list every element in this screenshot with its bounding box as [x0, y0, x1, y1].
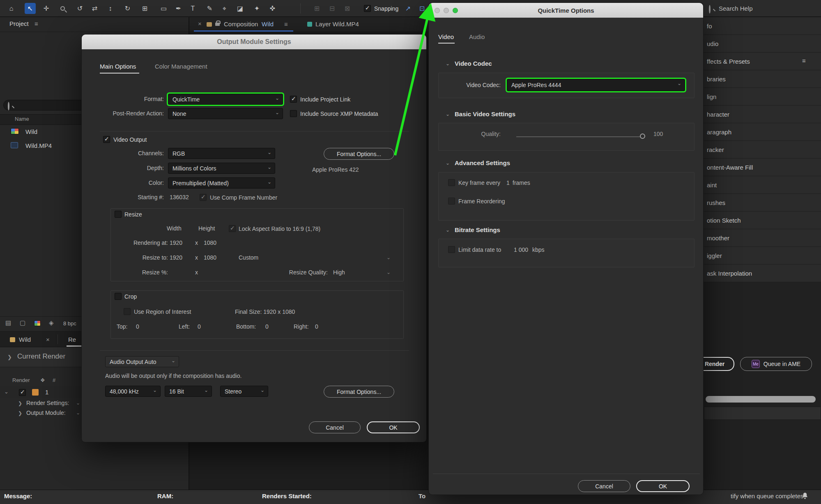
zoom-traffic-light[interactable]: [453, 8, 458, 13]
qt-tab-video[interactable]: Video: [438, 33, 454, 40]
pan-camera-tool-icon[interactable]: ⇄: [89, 3, 100, 14]
puppet-pin-tool-icon[interactable]: ✜: [267, 3, 278, 14]
notify-bell-icon[interactable]: [801, 492, 809, 501]
tab-main-options[interactable]: Main Options: [100, 63, 136, 70]
layer-tab-label[interactable]: Layer Wild.MP4: [315, 21, 359, 28]
output-module-label[interactable]: Output Module:: [26, 410, 66, 416]
channels-dropdown[interactable]: RGB: [168, 148, 275, 159]
qt-cancel-button[interactable]: Cancel: [578, 480, 630, 492]
crop-right-value: 0: [315, 323, 318, 330]
render-item-checkbox[interactable]: [19, 389, 26, 396]
video-output-checkbox[interactable]: [103, 136, 110, 143]
advanced-settings-section-chevron-icon[interactable]: ⌄: [446, 160, 450, 166]
selection-tool-icon[interactable]: ↖: [25, 3, 36, 14]
hand-tool-icon[interactable]: ✛: [41, 3, 52, 14]
resize-to-x: x: [195, 254, 198, 261]
audio-format-options-button[interactable]: Format Options...: [324, 386, 394, 398]
roto-brush-tool-icon[interactable]: ✦: [251, 3, 262, 14]
current-render-label: Current Render: [17, 352, 65, 361]
label-color-swatch[interactable]: [32, 389, 39, 396]
eraser-tool-icon[interactable]: ◪: [235, 3, 246, 14]
comp-tab-active-underline: [194, 30, 293, 32]
render-settings-chevron-icon[interactable]: ❯: [18, 400, 22, 406]
quality-slider-knob[interactable]: [640, 133, 645, 139]
qt-tab-audio[interactable]: Audio: [469, 33, 485, 40]
home-tool-icon[interactable]: ⌂: [6, 3, 17, 14]
project-panel-menu-icon[interactable]: ≡: [34, 20, 38, 27]
current-render-chevron-icon[interactable]: ❯: [7, 354, 12, 360]
depth-dropdown[interactable]: Millions of Colors: [168, 163, 275, 174]
pan-behind-tool-icon[interactable]: ⊞: [139, 3, 150, 14]
shape-tool-icon[interactable]: ▭: [158, 3, 169, 14]
comp-tab-close-icon[interactable]: ×: [198, 20, 202, 27]
bit-depth-badge[interactable]: 8 bpc: [63, 320, 76, 327]
comp-tab-panel-label[interactable]: Composition: [224, 21, 258, 28]
interpret-footage-icon[interactable]: ▤: [5, 319, 11, 327]
bitrate-section-chevron-icon[interactable]: ⌄: [446, 227, 450, 233]
include-project-link-checkbox[interactable]: [290, 96, 297, 103]
minimize-traffic-light[interactable]: [444, 8, 449, 13]
clone-stamp-tool-icon[interactable]: ⌖: [219, 3, 230, 14]
qt-title-bar[interactable]: QuickTime Options: [429, 3, 703, 18]
resize-quality-value: High: [333, 269, 345, 276]
pen-tool-icon[interactable]: ✒: [173, 3, 184, 14]
interpret-icon[interactable]: ◈: [49, 319, 54, 327]
magnifier-glyph: [60, 6, 65, 11]
zoom-tool-icon[interactable]: [57, 3, 68, 14]
comp-tab-comp-name[interactable]: Wild: [262, 21, 274, 28]
format-dropdown[interactable]: QuickTime: [168, 94, 283, 105]
timeline-tab-wild[interactable]: Wild: [19, 336, 31, 343]
brush-tool-icon[interactable]: ✎: [204, 3, 215, 14]
timeline-tab-close-icon[interactable]: ×: [46, 336, 50, 343]
queue-horizontal-scrollbar[interactable]: [706, 396, 816, 403]
search-help-label[interactable]: Search Help: [719, 5, 753, 12]
comp-tab-menu-icon[interactable]: ≡: [284, 21, 288, 28]
effects-panel-menu-icon[interactable]: ≡: [802, 57, 806, 64]
row-expand-chevron-icon[interactable]: ⌄: [4, 389, 9, 395]
include-xmp-checkbox[interactable]: [290, 110, 297, 117]
axis-mode-local-icon[interactable]: ⊞: [311, 3, 322, 14]
limit-data-rate-value: 1 000: [514, 246, 528, 253]
render-settings-label[interactable]: Render Settings:: [26, 400, 69, 406]
quality-slider-track[interactable]: [516, 136, 642, 137]
audio-output-mode-dropdown[interactable]: Audio Output Auto: [105, 356, 179, 367]
output-module-dropdown-icon[interactable]: ⌄: [76, 410, 80, 416]
crop-checkbox[interactable]: [115, 293, 122, 300]
keyframe-value: 1: [506, 180, 510, 186]
project-name-column[interactable]: Name: [15, 116, 29, 122]
oms-title-bar[interactable]: Output Module Settings: [82, 35, 426, 49]
video-codec-dropdown[interactable]: Apple ProRes 4444: [507, 79, 685, 91]
project-panel-title[interactable]: Project: [9, 20, 29, 27]
axis-mode-world-icon[interactable]: ⊟: [327, 3, 338, 14]
basic-settings-section-chevron-icon[interactable]: ⌄: [446, 111, 450, 117]
post-render-action-dropdown[interactable]: None: [168, 108, 283, 119]
audio-depth-dropdown[interactable]: 16 Bit: [165, 386, 212, 397]
oms-ok-button[interactable]: OK: [367, 421, 420, 433]
resize-checkbox[interactable]: [115, 211, 122, 218]
rotation-tool-icon[interactable]: ↻: [122, 3, 133, 14]
audio-rate-dropdown[interactable]: 48,000 kHz: [105, 386, 161, 397]
oms-cancel-button[interactable]: Cancel: [309, 421, 361, 433]
color-dropdown[interactable]: Premultiplied (Matted): [168, 177, 275, 189]
new-folder-icon[interactable]: ▢: [20, 319, 25, 327]
snapping-checkbox[interactable]: [364, 5, 371, 12]
output-module-chevron-icon[interactable]: ❯: [18, 410, 22, 416]
video-format-options-button[interactable]: Format Options...: [324, 148, 394, 160]
render-queue-tab[interactable]: Re: [68, 336, 76, 343]
type-tool-icon[interactable]: T: [187, 3, 198, 14]
limit-data-rate-label: Limit data rate to: [458, 246, 501, 253]
notify-queue-completes-label[interactable]: tify when queue completes: [731, 492, 804, 499]
render-settings-dropdown-icon[interactable]: ⌄: [76, 400, 80, 406]
axis-mode-view-icon[interactable]: ⊠: [342, 3, 353, 14]
orbit-camera-tool-icon[interactable]: ↺: [74, 3, 85, 14]
crop-top-label: Top:: [117, 323, 127, 330]
queue-col-render: Render: [12, 377, 30, 383]
search-help-icon[interactable]: [709, 6, 711, 13]
dolly-camera-tool-icon[interactable]: ↕: [105, 3, 116, 14]
queue-in-ame-button[interactable]: Me Queue in AME: [740, 357, 812, 371]
new-composition-icon[interactable]: [34, 320, 41, 326]
tab-color-management[interactable]: Color Management: [155, 63, 207, 70]
audio-channels-dropdown[interactable]: Stereo: [220, 386, 268, 397]
qt-ok-button[interactable]: OK: [636, 480, 690, 492]
video-codec-section-chevron-icon[interactable]: ⌄: [446, 61, 450, 67]
